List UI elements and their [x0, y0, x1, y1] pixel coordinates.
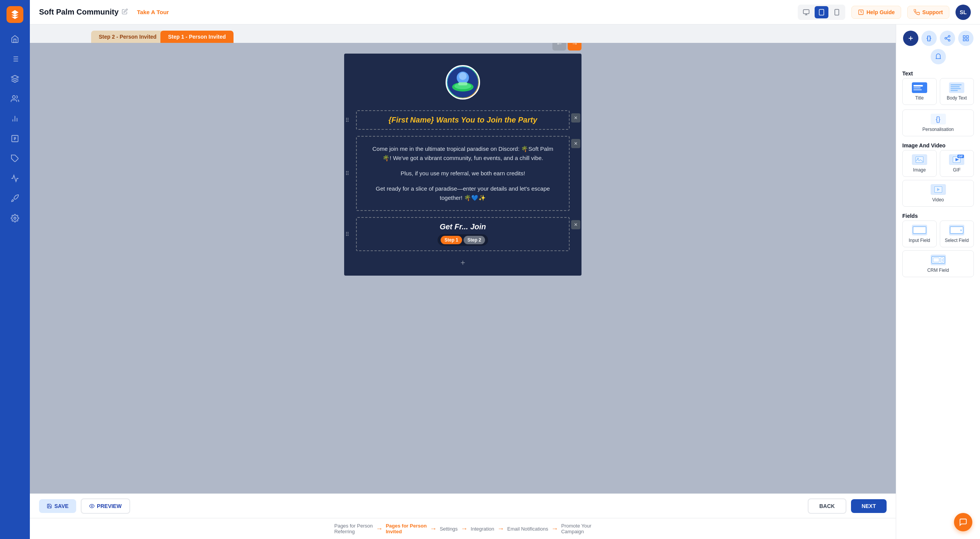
workflow-item-0[interactable]: Pages for PersonReferring — [334, 523, 372, 534]
step-tab-2[interactable]: Step 2 - Person Invited — [91, 31, 164, 43]
panel-stamp-btn[interactable] — [931, 49, 946, 64]
sidebar-item-rocket[interactable] — [7, 190, 23, 207]
body-drag-handle[interactable]: ⠿ — [345, 170, 349, 176]
community-logo-img — [448, 67, 478, 98]
panel-select-field-item[interactable]: ▾ Select Field — [940, 220, 974, 247]
body-paragraph-1: Come join me in the ultimate tropical pa… — [368, 144, 557, 163]
input-field-icon — [913, 226, 926, 234]
body-delete-btn[interactable]: ✕ — [571, 139, 580, 148]
panel-video-item[interactable]: Video — [902, 180, 974, 207]
svg-rect-14 — [804, 10, 809, 14]
workflow-arrow-4: → — [551, 525, 558, 533]
back-label: BACK — [819, 503, 835, 509]
workflow-item-5[interactable]: Promote YourCampaign — [561, 523, 591, 534]
community-logo — [446, 65, 480, 100]
panel-input-field-item[interactable]: Input Field — [902, 220, 937, 247]
step-dot-1: Step 1 — [441, 236, 462, 244]
workflow-label-1: Pages for PersonInvited — [386, 523, 427, 534]
desktop-view-btn[interactable] — [799, 6, 813, 18]
analytics-icon — [11, 114, 19, 123]
header: Soft Palm Community Take A Tour — [30, 0, 980, 24]
body-paragraph-2: Plus, if you use my referral, we both ea… — [368, 169, 557, 178]
tour-link[interactable]: Take A Tour — [137, 9, 169, 15]
panel-gif-label: GIF — [953, 167, 960, 173]
sidebar-item-editor[interactable] — [7, 130, 23, 147]
sidebar-item-home[interactable] — [7, 31, 23, 47]
panel-crm-field-item[interactable]: ▾ CRM Field — [902, 250, 974, 277]
panel-share-btn[interactable] — [940, 31, 955, 46]
panel-group-btn[interactable] — [958, 31, 973, 46]
share-icon — [944, 35, 951, 42]
svg-point-27 — [459, 72, 467, 80]
plus-icon — [907, 35, 914, 42]
app-logo[interactable] — [7, 6, 23, 23]
panel-title-item[interactable]: Title — [902, 78, 937, 105]
title-drag-handle[interactable]: ⠿ — [345, 117, 349, 123]
sidebar-item-users[interactable] — [7, 90, 23, 107]
next-btn[interactable]: NEXT — [851, 499, 887, 513]
sidebar-item-chart[interactable] — [7, 170, 23, 187]
cta-delete-btn[interactable]: ✕ — [571, 220, 580, 229]
desktop-icon — [803, 9, 810, 16]
sidebar-item-list[interactable] — [7, 51, 23, 67]
svg-point-7 — [13, 96, 15, 98]
preview-btn[interactable]: PREVIEW — [81, 498, 130, 514]
next-step-btn[interactable]: → — [568, 43, 581, 51]
help-guide-label: Help Guide — [866, 9, 895, 15]
panel-image-item[interactable]: Image — [902, 150, 937, 177]
panel-personalisation-item[interactable]: {} Personalisation — [902, 109, 974, 136]
edit-title-icon[interactable] — [122, 8, 128, 16]
svg-rect-40 — [963, 39, 965, 41]
panel-image-video-title: Image And Video — [902, 142, 974, 149]
cta-block[interactable]: Get Fr... Join Step 1 Step 2 — [356, 217, 570, 251]
svg-point-33 — [945, 38, 947, 39]
body-text-icon-bg — [949, 82, 964, 93]
panel-text-items: Title Body Text — [902, 78, 974, 105]
chart-icon — [11, 174, 19, 183]
chat-widget[interactable] — [954, 513, 972, 531]
preview-icon — [89, 503, 95, 509]
cta-drag-handle[interactable]: ⠿ — [345, 231, 349, 237]
workflow-item-2[interactable]: Settings — [440, 526, 458, 532]
support-btn[interactable]: Support — [907, 6, 949, 19]
step-tab-1[interactable]: Step 1 - Person Invited — [160, 31, 234, 43]
save-btn[interactable]: SAVE — [39, 499, 76, 513]
svg-line-36 — [946, 37, 948, 38]
select-chevron-icon: ▾ — [960, 228, 962, 232]
frame-navigation: ← → — [552, 43, 581, 51]
title-delete-btn[interactable]: ✕ — [571, 113, 580, 122]
help-guide-btn[interactable]: Help Guide — [851, 6, 901, 19]
title-icon-bg — [912, 82, 927, 93]
workflow-item-1[interactable]: Pages for PersonInvited — [386, 523, 427, 534]
svg-rect-39 — [966, 39, 968, 41]
sidebar-item-settings[interactable] — [7, 210, 23, 227]
workflow-item-3[interactable]: Integration — [471, 526, 494, 532]
title-block[interactable]: {First Name} Wants You to Join the Party — [356, 110, 570, 130]
panel-crm-field-label: CRM Field — [927, 268, 949, 273]
sidebar-item-layers[interactable] — [7, 70, 23, 87]
body-block[interactable]: Come join me in the ultimate tropical pa… — [356, 136, 570, 211]
gif-icon-bg: GIF — [949, 154, 964, 165]
panel-code-btn[interactable]: {} — [921, 31, 937, 46]
svg-rect-41 — [915, 156, 924, 163]
video-icon-bg — [931, 184, 946, 195]
mobile-view-btn[interactable] — [830, 6, 844, 18]
mobile-icon — [833, 9, 840, 16]
panel-gif-item[interactable]: GIF GIF — [940, 150, 974, 177]
workflow-item-4[interactable]: Email Notifications — [507, 526, 548, 532]
tablet-view-btn[interactable] — [815, 6, 828, 18]
avatar-initials: SL — [960, 9, 967, 15]
prev-step-btn[interactable]: ← — [552, 43, 566, 51]
step-tab-2-label: Step 2 - Person Invited — [99, 34, 157, 40]
back-btn[interactable]: BACK — [808, 498, 846, 514]
sidebar-item-puzzle[interactable] — [7, 150, 23, 167]
panel-add-btn[interactable] — [903, 31, 918, 46]
tablet-icon — [818, 9, 825, 16]
panel-body-text-item[interactable]: Body Text — [940, 78, 974, 105]
sidebar-item-analytics[interactable] — [7, 110, 23, 127]
add-block-btn[interactable]: ＋ — [459, 257, 467, 268]
workflow-label-2: Settings — [440, 526, 458, 532]
rocket-icon — [11, 194, 19, 203]
user-avatar[interactable]: SL — [956, 5, 971, 20]
home-icon — [11, 35, 19, 43]
